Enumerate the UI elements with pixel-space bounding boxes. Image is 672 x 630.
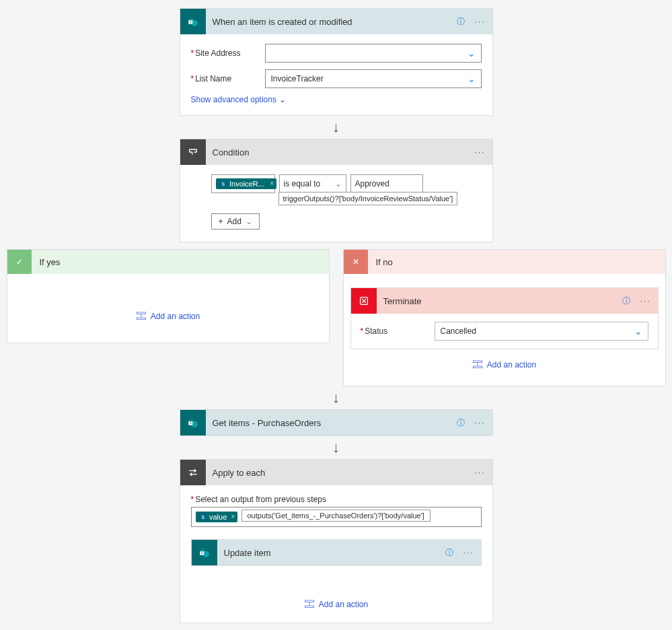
add-action-button[interactable]: Add an action (350, 360, 659, 370)
chevron-down-icon: ⌄ (279, 95, 286, 104)
select-output-input[interactable]: s value × outputs('Get_items_-_PurchaseO… (191, 507, 482, 527)
get-items-card: S Get items - PurchaseOrders ⓘ ··· (180, 409, 493, 436)
terminate-title: Terminate (383, 296, 623, 306)
dynamic-token[interactable]: s value × (196, 512, 238, 522)
svg-text:S: S (189, 20, 191, 24)
menu-icon[interactable]: ··· (474, 468, 485, 477)
svg-rect-4 (137, 312, 145, 314)
condition-operator-select[interactable]: is equal to⌄ (279, 174, 346, 193)
get-items-header[interactable]: S Get items - PurchaseOrders ⓘ ··· (180, 410, 492, 435)
arrow-icon: ↓ (332, 439, 340, 456)
menu-icon[interactable]: ··· (474, 17, 485, 26)
svg-text:S: S (189, 421, 191, 425)
help-icon[interactable]: ⓘ (445, 547, 453, 559)
select-output-label: *Select an output from previous steps (191, 495, 482, 504)
arrow-icon: ↓ (332, 389, 340, 407)
if-no-branch: ✕ If no Terminate ⓘ ··· (343, 249, 666, 386)
condition-value-input[interactable]: Approved (350, 174, 423, 193)
if-yes-branch: ✓ If yes Add an action (7, 249, 330, 343)
dynamic-token[interactable]: s InvoiceR... × (216, 178, 276, 189)
check-icon: ✓ (7, 250, 32, 274)
plus-icon: + (219, 217, 223, 226)
menu-icon[interactable]: ··· (463, 548, 474, 557)
add-action-button[interactable]: Add an action (191, 600, 482, 609)
site-address-label: *Site Address (191, 48, 265, 58)
svg-rect-21 (305, 600, 313, 602)
condition-header[interactable]: Condition ··· (180, 139, 492, 165)
chevron-down-icon: ⌄ (335, 179, 342, 188)
status-label: *Status (361, 326, 435, 336)
condition-title: Condition (213, 147, 475, 158)
expression-tooltip: triggerOutputs()?['body/InvoiceReviewSta… (278, 192, 458, 205)
status-select[interactable]: Cancelled ⌄ (435, 322, 648, 341)
site-address-select[interactable]: ⌄ (265, 44, 482, 63)
get-items-title: Get items - PurchaseOrders (213, 418, 457, 428)
add-condition-button[interactable]: + Add ⌄ (211, 213, 260, 230)
condition-icon (180, 139, 206, 165)
terminate-icon (351, 288, 377, 314)
sharepoint-icon: s (220, 180, 227, 187)
remove-token-icon[interactable]: × (270, 180, 274, 187)
svg-text:S: S (200, 551, 202, 555)
update-item-title: Update item (224, 548, 446, 558)
svg-rect-10 (473, 361, 482, 363)
trigger-title: When an item is created or modified (213, 17, 457, 27)
sharepoint-icon: S (180, 9, 206, 34)
show-advanced-link[interactable]: Show advanced options⌄ (191, 95, 482, 104)
terminate-header[interactable]: Terminate ⓘ ··· (351, 288, 658, 314)
svg-rect-23 (305, 606, 313, 608)
chevron-down-icon: ⌄ (246, 217, 252, 226)
chevron-down-icon: ⌄ (468, 73, 476, 84)
close-icon: ✕ (344, 250, 368, 274)
help-icon[interactable]: ⓘ (622, 295, 630, 307)
list-name-select[interactable]: InvoiceTracker ⌄ (265, 69, 482, 88)
if-no-title: If no (376, 257, 393, 267)
apply-to-each-card: Apply to each ··· *Select an output from… (180, 459, 493, 623)
condition-card: Condition ··· s InvoiceR... × is equal t… (180, 139, 493, 242)
help-icon[interactable]: ⓘ (457, 16, 465, 28)
trigger-header[interactable]: S When an item is created or modified ⓘ … (180, 9, 492, 34)
remove-token-icon[interactable]: × (231, 513, 235, 520)
expression-tooltip: outputs('Get_items_-_PurchaseOrders')?['… (241, 510, 431, 522)
list-name-label: *List Name (191, 74, 265, 83)
sharepoint-icon: S (192, 540, 217, 565)
apply-title: Apply to each (213, 468, 475, 478)
if-no-header: ✕ If no (344, 250, 665, 274)
chevron-down-icon: ⌄ (634, 326, 642, 337)
sharepoint-icon: S (180, 410, 206, 435)
if-yes-title: If yes (40, 257, 61, 267)
trigger-card: S When an item is created or modified ⓘ … (180, 8, 493, 116)
svg-rect-12 (473, 366, 482, 368)
add-action-button[interactable]: Add an action (14, 312, 322, 321)
update-item-header[interactable]: S Update item ⓘ ··· (192, 540, 481, 565)
condition-left-operand[interactable]: s InvoiceR... × (211, 174, 275, 193)
sharepoint-icon: s (200, 514, 207, 520)
menu-icon[interactable]: ··· (474, 147, 485, 157)
loop-icon (180, 460, 206, 485)
terminate-card: Terminate ⓘ ··· *Status Cancelled ⌄ (350, 287, 659, 349)
update-item-card: S Update item ⓘ ··· (191, 539, 482, 566)
chevron-down-icon: ⌄ (468, 48, 476, 59)
svg-rect-6 (137, 318, 145, 320)
menu-icon[interactable]: ··· (474, 418, 485, 427)
if-yes-header: ✓ If yes (7, 250, 329, 274)
arrow-icon: ↓ (332, 118, 340, 136)
menu-icon[interactable]: ··· (640, 296, 650, 306)
help-icon[interactable]: ⓘ (457, 417, 465, 429)
apply-header[interactable]: Apply to each ··· (180, 460, 492, 485)
